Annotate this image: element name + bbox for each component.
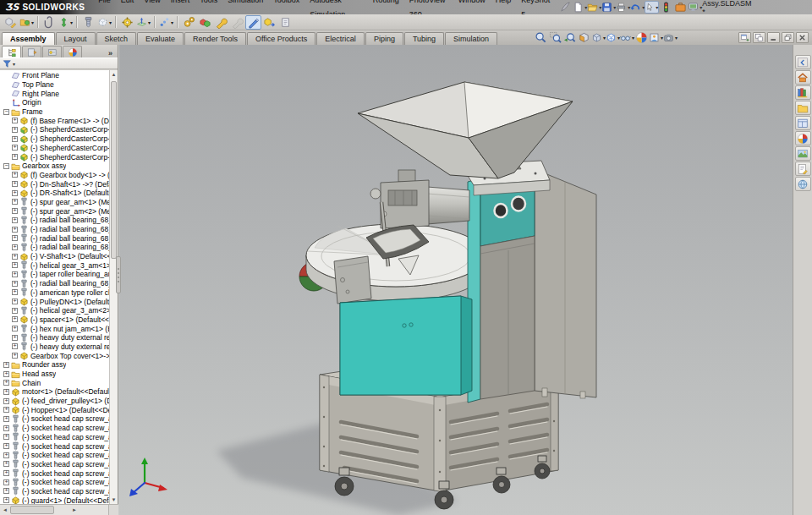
tree-item[interactable]: +(-) socket head cap screw_am<1	[0, 487, 118, 496]
insert-components-button[interactable]	[19, 15, 35, 30]
tree-item[interactable]: +(-) spur gear_am<2> (Metric	[0, 206, 118, 216]
tree-item[interactable]: +(-) ShepherdCasterCorp-PMN	[0, 134, 118, 144]
expand-toggle[interactable]: +	[12, 299, 18, 304]
tree-item[interactable]: Front Plane	[0, 71, 118, 80]
featuremanager-tab[interactable]	[2, 46, 21, 58]
options-button[interactable]	[688, 1, 702, 14]
tree-filter-row[interactable]: ▾	[0, 58, 118, 69]
expand-toggle[interactable]: +	[12, 353, 18, 359]
tree-item[interactable]: +(-) socket head cap screw_am<1	[0, 451, 118, 460]
expand-toggle[interactable]: +	[12, 190, 18, 196]
panel-splitter-handle[interactable]	[116, 256, 121, 293]
expand-toggle[interactable]: +	[12, 289, 18, 295]
expand-toggle[interactable]: +	[3, 407, 9, 413]
expand-toggle[interactable]: +	[12, 308, 18, 314]
expand-toggle[interactable]: +	[12, 199, 18, 205]
tree-item[interactable]: +(-) spacer<1> (Default<<Def	[0, 315, 118, 325]
new-document-button[interactable]	[573, 1, 587, 14]
zoom-to-fit-button[interactable]	[534, 31, 548, 44]
tree-item[interactable]: +(-) helical gear_3_am<2> (Me	[0, 306, 118, 315]
tree-item[interactable]: +(-) socket head cap screw_am<1	[0, 460, 118, 469]
rebuild-button[interactable]	[659, 1, 673, 14]
expand-toggle[interactable]: +	[3, 479, 9, 485]
smart-fasteners-button[interactable]	[80, 15, 96, 30]
tree-item[interactable]: +(-) socket head cap screw_am<1	[0, 414, 118, 424]
external-references-button[interactable]	[261, 15, 277, 30]
scroll-right-arrow[interactable]	[69, 505, 80, 515]
displaymanager-tab[interactable]	[63, 46, 82, 58]
expand-toggle[interactable]: +	[3, 362, 9, 368]
tree-item[interactable]: Right Plane	[0, 89, 118, 98]
expand-toggle[interactable]: +	[3, 416, 9, 422]
reference-geometry-button[interactable]	[135, 15, 151, 30]
tree-item[interactable]: +(-) american type roller chain	[0, 288, 118, 298]
save-button[interactable]	[601, 1, 616, 14]
tree-item[interactable]: +(-) V-Shaft<1> (Default<<De	[0, 252, 118, 261]
tree-item[interactable]: −Gearbox assy	[0, 162, 118, 171]
print-button[interactable]	[616, 1, 630, 14]
select-button[interactable]	[645, 1, 659, 14]
scroll-up-arrow[interactable]	[110, 70, 118, 79]
tree-item[interactable]: −Frame	[0, 107, 118, 117]
expand-toggle[interactable]: +	[3, 434, 9, 440]
tree-item[interactable]: +(-) Dn-Shaft<1> ->? (Default<	[0, 179, 118, 189]
show-hidden-components-button[interactable]	[96, 15, 112, 30]
tree-item[interactable]: +(-) radial ball bearing_68_am	[0, 225, 118, 234]
expand-toggle[interactable]: +	[12, 343, 18, 349]
propertymanager-tab[interactable]	[22, 46, 41, 58]
expand-toggle[interactable]: +	[12, 154, 18, 160]
gearbox-cover[interactable]	[340, 296, 472, 395]
expand-toggle[interactable]: −	[3, 163, 9, 169]
expand-toggle[interactable]: +	[12, 227, 18, 233]
tree-item[interactable]: +(f) Base Frame<1> -> (Defau	[0, 116, 118, 125]
sketch-quill-button[interactable]	[558, 1, 573, 14]
tree-item[interactable]: +(-) helical gear_3_am<1> (Me	[0, 260, 118, 270]
tree-item[interactable]: +(-) heavy duty external retain	[0, 333, 118, 342]
custom-properties-button[interactable]	[795, 162, 811, 176]
tab-piping[interactable]: Piping	[365, 32, 403, 45]
tree-item[interactable]: +(-) socket head cap screw_am<1	[0, 468, 118, 478]
assembly-xpert-button[interactable]	[213, 15, 229, 30]
close-document-button[interactable]	[796, 32, 809, 43]
expand-toggle[interactable]: +	[3, 452, 9, 458]
update-document-button[interactable]	[277, 15, 294, 30]
tree-item[interactable]: +(-) DR-Shaft<1> (Default<<D	[0, 189, 118, 198]
mate-button[interactable]	[41, 15, 58, 30]
expand-toggle[interactable]: +	[3, 425, 9, 431]
expand-toggle[interactable]: +	[12, 326, 18, 331]
solidworks-resources-button[interactable]	[795, 70, 811, 85]
tree-item[interactable]: +(-) radial ball bearing_68_am	[0, 243, 118, 252]
interference-detection-button[interactable]	[197, 15, 213, 30]
tab-tubing[interactable]: Tubing	[404, 32, 444, 45]
tree-item[interactable]: +(-) socket head cap screw_am<1	[0, 478, 118, 487]
expand-toggle[interactable]: +	[3, 470, 9, 476]
expand-toggle[interactable]: +	[12, 145, 18, 151]
tree-item[interactable]: +(-) radial ball bearing_68_am	[0, 233, 118, 243]
tab-render-tools[interactable]: Render Tools	[184, 32, 246, 45]
view-palette-button[interactable]	[795, 116, 811, 130]
display-style-button[interactable]	[606, 31, 620, 44]
expand-toggle[interactable]: −	[3, 109, 9, 115]
view-orientation-button[interactable]	[591, 31, 606, 44]
expand-toggle[interactable]: +	[12, 281, 18, 287]
expand-toggle[interactable]: +	[12, 254, 18, 260]
expand-toggle[interactable]: +	[3, 398, 9, 404]
expand-toggle[interactable]: +	[12, 208, 18, 214]
appearances-scenes-button[interactable]	[795, 131, 811, 145]
tab-layout[interactable]: Layout	[56, 32, 96, 45]
expand-toggle[interactable]: +	[12, 244, 18, 250]
plate-bracket[interactable]	[334, 256, 371, 304]
tab-simulation[interactable]: Simulation	[445, 32, 497, 45]
scroll-left-arrow[interactable]	[0, 505, 10, 515]
expand-toggle[interactable]: +	[12, 136, 18, 142]
expand-toggle[interactable]: +	[3, 488, 9, 494]
tab-assembly[interactable]: Assembly	[2, 32, 55, 45]
expand-toggle[interactable]: +	[3, 443, 9, 449]
tree-item[interactable]: +(-) socket head cap screw_am<1	[0, 424, 118, 433]
tab-evaluate[interactable]: Evaluate	[137, 32, 184, 45]
instant3d-button[interactable]	[245, 15, 261, 30]
tree-item[interactable]: Origin	[0, 98, 118, 107]
tree-item[interactable]: +(-) ShepherdCasterCorp-PMN	[0, 144, 118, 153]
expand-toggle[interactable]: +	[12, 235, 18, 241]
access-door[interactable]	[480, 236, 535, 399]
